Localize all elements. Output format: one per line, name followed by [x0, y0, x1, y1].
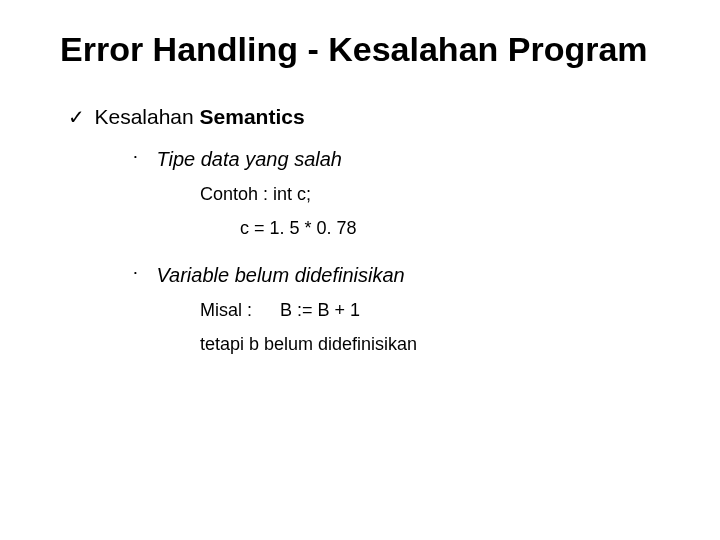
example-note-2: tetapi b belum didefinisikan — [200, 333, 670, 355]
example-label-2: Misal : — [200, 299, 252, 321]
bullet-icon: • — [134, 145, 152, 169]
subitem-label: Variable belum didefinisikan — [156, 263, 404, 287]
list-item-bold: Semantics — [200, 105, 305, 128]
check-icon: ✓ — [68, 105, 90, 129]
bullet-icon: • — [134, 261, 152, 285]
example-code-1: c = 1. 5 * 0. 78 — [240, 217, 670, 239]
page-title: Error Handling - Kesalahan Program — [60, 30, 670, 69]
list-item-semantics: ✓ Kesalahan Semantics — [68, 105, 670, 129]
example-label-1: Contoh : int c; — [200, 183, 670, 205]
subitem-variable: • Variable belum didefinisikan — [134, 263, 670, 287]
subitem-tipe-data: • Tipe data yang salah — [134, 147, 670, 171]
example-row-2: Misal : B := B + 1 — [200, 299, 670, 321]
list-item-label: Kesalahan Semantics — [94, 105, 304, 129]
slide: Error Handling - Kesalahan Program ✓ Kes… — [0, 0, 720, 540]
subitem-label: Tipe data yang salah — [156, 147, 342, 171]
example-code-2: B := B + 1 — [280, 299, 360, 321]
list-item-prefix: Kesalahan — [94, 105, 199, 128]
